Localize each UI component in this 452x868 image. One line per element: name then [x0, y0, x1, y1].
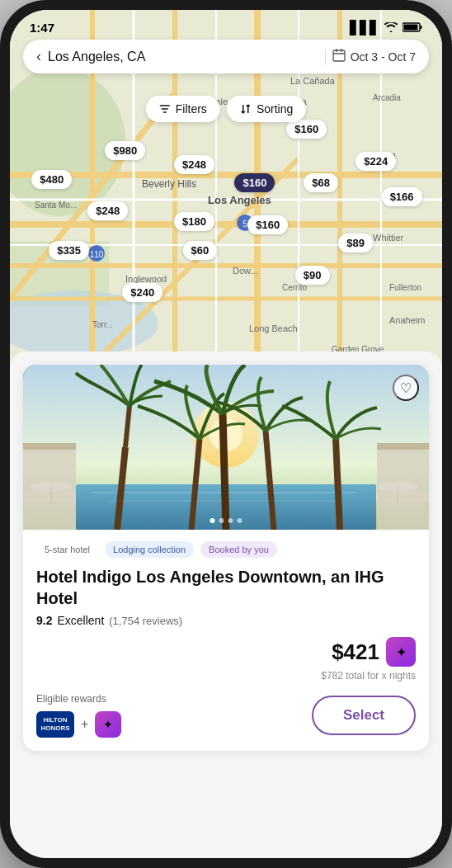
price-pin[interactable]: $248 — [87, 201, 128, 220]
sorting-label: Sorting — [257, 102, 293, 116]
price-total: $782 total for x nights — [36, 670, 416, 682]
rating-score: 9.2 — [36, 614, 52, 627]
wifi-icon — [384, 21, 398, 35]
price-amount: $421 — [332, 639, 379, 665]
hotel-name: Hotel Indigo Los Angeles Downtown, an IH… — [36, 566, 416, 609]
card-area: ♡ 5-star hotel Lodging collection Booked… — [10, 351, 442, 858]
select-button[interactable]: Select — [312, 696, 416, 735]
price-pin[interactable]: $480 — [31, 170, 72, 189]
price-pin[interactable]: $160 — [286, 120, 327, 139]
small-rewards-icon: ✦ — [103, 718, 113, 731]
svg-rect-75 — [23, 443, 76, 450]
sorting-button[interactable]: Sorting — [227, 96, 306, 122]
price-pin[interactable]: $980 — [105, 141, 145, 160]
hilton-badge: HILTONHONORS — [36, 711, 74, 738]
svg-rect-77 — [377, 443, 429, 450]
booked-tag: Booked by you — [200, 541, 277, 558]
plus-sign: + — [81, 717, 88, 732]
search-bar: ‹ Los Angeles, CA Oct 3 - Oct 7 — [23, 40, 429, 73]
eligible-rewards-label: Eligible rewards — [36, 693, 121, 705]
price-pin[interactable]: $180 — [174, 212, 214, 231]
price-pin[interactable]: $224 — [355, 152, 396, 171]
signal-icon: ▋▋▋ — [350, 20, 379, 35]
hilton-text: HILTONHONORS — [40, 716, 69, 732]
price-pin[interactable]: $335 — [49, 241, 89, 260]
phone-screen: 1:47 ▋▋▋ — [10, 10, 442, 858]
battery-icon — [403, 21, 422, 35]
calendar-icon — [332, 49, 346, 64]
status-bar: 1:47 ▋▋▋ — [10, 10, 442, 39]
rewards-logos: HILTONHONORS + ✦ — [36, 711, 121, 738]
price-pin[interactable]: $90 — [295, 266, 330, 285]
card-content: 5-star hotel Lodging collection Booked b… — [23, 530, 429, 751]
filters-button[interactable]: Filters — [146, 96, 220, 122]
small-rewards-badge: ✦ — [95, 711, 121, 738]
rating-label: Excellent — [57, 614, 104, 627]
svg-rect-76 — [377, 447, 429, 530]
date-divider — [325, 49, 326, 65]
price-pin[interactable]: $160 — [247, 215, 288, 234]
phone-frame: 1:47 ▋▋▋ — [0, 0, 452, 868]
svg-rect-1 — [421, 26, 422, 29]
svg-rect-74 — [23, 447, 76, 530]
rewards-icon: ✦ — [396, 644, 407, 660]
back-button[interactable]: ‹ — [36, 48, 41, 65]
dot-4 — [238, 518, 242, 523]
svg-rect-45 — [333, 50, 345, 61]
rewards-badge: ✦ — [386, 637, 416, 667]
bottom-row: Eligible rewards HILTONHONORS + ✦ — [36, 693, 416, 738]
collection-tag: Lodging collection — [105, 541, 194, 558]
map-area[interactable]: La Cañada Arcadia Azusa Glendale Pasaden… — [10, 10, 442, 365]
price-pin[interactable]: $68 — [304, 173, 338, 192]
image-dots — [210, 518, 242, 523]
eligible-rewards-section: Eligible rewards HILTONHONORS + ✦ — [36, 693, 121, 738]
review-count: (1,754 reviews) — [109, 615, 182, 627]
dot-3 — [228, 518, 233, 523]
dot-2 — [219, 518, 224, 523]
price-pin[interactable]: $89 — [338, 234, 373, 252]
hotel-image-bg — [23, 365, 429, 530]
favorite-button[interactable]: ♡ — [393, 375, 419, 401]
status-icons: ▋▋▋ — [350, 20, 422, 35]
filter-icon — [159, 103, 171, 115]
status-time: 1:47 — [30, 21, 54, 35]
star-rating-tag: 5-star hotel — [36, 541, 98, 558]
svg-rect-2 — [404, 24, 418, 30]
price-row: $421 ✦ — [36, 637, 416, 667]
date-range-text: Oct 3 - Oct 7 — [351, 50, 416, 64]
price-pin[interactable]: $160 — [234, 173, 275, 192]
hotel-image: ♡ — [23, 365, 429, 530]
filter-sort-row: Filters Sorting — [146, 96, 306, 122]
svg-line-71 — [223, 414, 226, 530]
price-pin[interactable]: $60 — [183, 241, 218, 260]
filters-label: Filters — [176, 102, 207, 116]
tags-row: 5-star hotel Lodging collection Booked b… — [36, 541, 416, 558]
search-location: Los Angeles, CA — [48, 50, 318, 64]
price-pin[interactable]: $240 — [122, 283, 162, 302]
date-area[interactable]: Oct 3 - Oct 7 — [332, 49, 416, 64]
price-pin[interactable]: $248 — [174, 155, 214, 174]
dot-1 — [210, 518, 215, 523]
price-pin[interactable]: $166 — [382, 187, 422, 206]
hotel-card: ♡ 5-star hotel Lodging collection Booked… — [23, 365, 429, 751]
svg-line-73 — [336, 439, 340, 530]
rating-row: 9.2 Excellent (1,754 reviews) — [36, 614, 416, 627]
sort-icon — [240, 103, 252, 115]
